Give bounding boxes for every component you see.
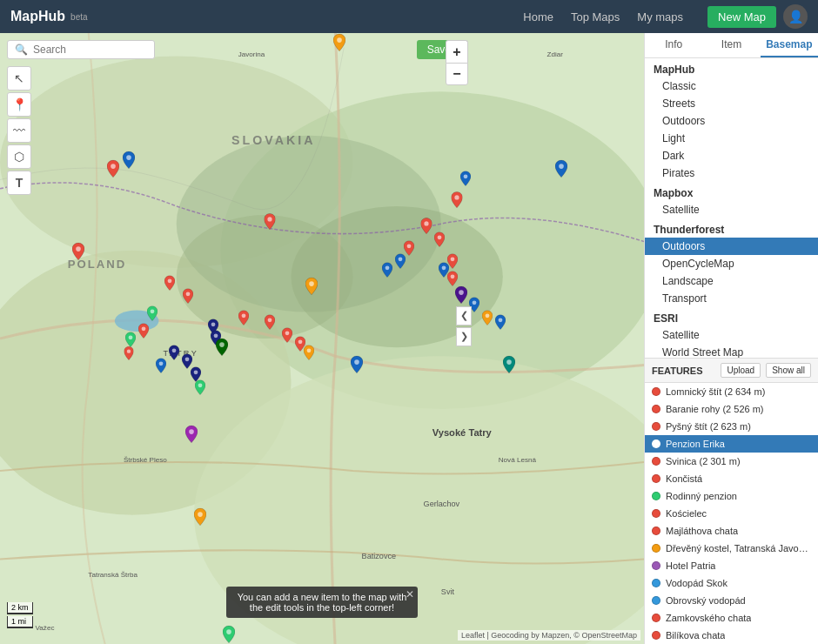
map-pin[interactable] bbox=[495, 314, 506, 329]
feature-color-dot bbox=[652, 422, 660, 431]
map-pin[interactable] bbox=[124, 346, 134, 359]
basemap-section: MapHubClassicStreetsOutdoorsLightDarkPir… bbox=[645, 58, 818, 358]
svg-point-62 bbox=[506, 359, 512, 365]
feature-label: Majláthova chata bbox=[666, 526, 738, 536]
feature-list-item[interactable]: Kościelec bbox=[645, 505, 818, 522]
map-pin[interactable] bbox=[434, 231, 445, 246]
map-pin[interactable] bbox=[156, 358, 166, 372]
basemap-item[interactable]: Outdoors bbox=[645, 238, 818, 255]
map-pin[interactable] bbox=[482, 310, 493, 325]
basemap-item[interactable]: Outdoors bbox=[645, 112, 818, 130]
avatar[interactable]: 👤 bbox=[783, 4, 808, 29]
map-pin[interactable] bbox=[404, 240, 414, 255]
map-pin[interactable] bbox=[555, 159, 567, 177]
feature-list-item[interactable]: Vodopád Skok bbox=[645, 574, 818, 592]
nav-top-maps[interactable]: Top Maps bbox=[571, 10, 620, 23]
feature-list-item[interactable]: Rodinný penzion bbox=[645, 487, 818, 505]
basemap-item[interactable]: World Street Map bbox=[645, 344, 818, 358]
feature-list-item[interactable]: Končistá bbox=[645, 470, 818, 487]
basemap-item[interactable]: Streets bbox=[645, 95, 818, 112]
draw-point-tool[interactable]: 📍 bbox=[7, 92, 31, 117]
basemap-item[interactable]: Landscape bbox=[645, 272, 818, 290]
upload-button[interactable]: Upload bbox=[721, 363, 761, 378]
close-tooltip-button[interactable]: ✕ bbox=[406, 588, 414, 600]
map-pin[interactable] bbox=[125, 332, 136, 346]
collapse-up-button[interactable]: ❮ bbox=[456, 306, 472, 325]
basemap-item[interactable]: Light bbox=[645, 130, 818, 147]
new-map-button[interactable]: New Map bbox=[707, 6, 776, 28]
feature-list-item[interactable]: Penzion Erika bbox=[645, 435, 818, 453]
basemap-item[interactable]: Satellite bbox=[645, 326, 818, 344]
map-pin[interactable] bbox=[216, 338, 228, 355]
map-pin[interactable] bbox=[138, 323, 149, 338]
move-tool[interactable]: ↖ bbox=[7, 66, 31, 91]
map-pin[interactable] bbox=[169, 345, 179, 359]
svg-point-41 bbox=[268, 318, 272, 322]
basemap-item[interactable]: Dark bbox=[645, 147, 818, 164]
map-pin[interactable] bbox=[147, 305, 158, 320]
svg-point-63 bbox=[559, 164, 564, 169]
feature-list-item[interactable]: Dřevěný kostel, Tatranská Javorina bbox=[645, 540, 818, 557]
text-tool[interactable]: T bbox=[7, 171, 31, 195]
map-pin[interactable] bbox=[185, 425, 198, 442]
right-panel: Info Item Basemap MapHubClassicStreetsOu… bbox=[644, 33, 818, 644]
feature-list-item[interactable]: Baranie rohy (2 526 m) bbox=[645, 400, 818, 418]
map-pin[interactable] bbox=[265, 314, 275, 329]
svg-point-26 bbox=[186, 292, 191, 296]
search-input[interactable] bbox=[33, 44, 147, 56]
zoom-in-button[interactable]: + bbox=[446, 40, 468, 63]
map-pin[interactable] bbox=[460, 171, 471, 185]
feature-list-item[interactable]: Svinica (2 301 m) bbox=[645, 453, 818, 470]
map-pin[interactable] bbox=[455, 285, 467, 303]
feature-list-item[interactable]: Lomnický štít (2 634 m) bbox=[645, 383, 818, 400]
tab-basemap[interactable]: Basemap bbox=[761, 33, 818, 57]
collapse-down-button[interactable]: ❯ bbox=[456, 327, 472, 346]
feature-list-item[interactable]: Bilíkova chata bbox=[645, 627, 818, 644]
svg-point-59 bbox=[473, 300, 477, 305]
feature-label: Končistá bbox=[666, 473, 702, 484]
feature-list-item[interactable]: Pyšný štít (2 623 m) bbox=[645, 418, 818, 435]
map-pin[interactable] bbox=[452, 191, 463, 207]
map-pin[interactable] bbox=[447, 253, 458, 268]
map-pin[interactable] bbox=[447, 271, 458, 285]
feature-list-item[interactable]: Majláthova chata bbox=[645, 522, 818, 540]
zoom-out-button[interactable]: − bbox=[446, 63, 468, 85]
map-pin[interactable] bbox=[265, 213, 276, 229]
map-pin[interactable] bbox=[304, 345, 314, 359]
map-pin[interactable] bbox=[351, 355, 363, 372]
feature-list-item[interactable]: Obrovský vodopád bbox=[645, 592, 818, 609]
feature-list-item[interactable]: Hotel Patria bbox=[645, 557, 818, 574]
map-pin[interactable] bbox=[238, 310, 249, 325]
feature-list-item[interactable]: Zamkovského chata bbox=[645, 609, 818, 627]
feature-color-dot bbox=[652, 579, 660, 587]
map-pin[interactable] bbox=[72, 242, 84, 259]
basemap-item[interactable]: Pirates bbox=[645, 164, 818, 182]
show-all-button[interactable]: Show all bbox=[766, 363, 811, 378]
basemap-item[interactable]: OpenCycleMap bbox=[645, 255, 818, 272]
basemap-item[interactable]: Transport bbox=[645, 290, 818, 307]
basemap-item[interactable]: Classic bbox=[645, 77, 818, 95]
tab-item[interactable]: Item bbox=[702, 33, 760, 57]
tab-info[interactable]: Info bbox=[645, 33, 702, 57]
map-pin[interactable] bbox=[305, 277, 318, 294]
basemap-item[interactable]: Satellite bbox=[645, 201, 818, 218]
nav-home[interactable]: Home bbox=[523, 10, 553, 23]
map-pin[interactable] bbox=[382, 262, 392, 277]
draw-polygon-tool[interactable]: ⬡ bbox=[7, 144, 31, 169]
search-bar[interactable]: 🔍 bbox=[7, 40, 155, 59]
map-pin[interactable] bbox=[421, 218, 432, 233]
nav-my-maps[interactable]: My maps bbox=[637, 10, 683, 23]
map-pin[interactable] bbox=[282, 327, 292, 342]
map-pin[interactable] bbox=[164, 275, 175, 290]
draw-line-tool[interactable]: 〰 bbox=[7, 118, 31, 143]
map-pin[interactable] bbox=[195, 379, 205, 394]
map-pin[interactable] bbox=[194, 507, 206, 525]
map-pin[interactable] bbox=[183, 288, 193, 303]
map-pin[interactable] bbox=[333, 33, 345, 50]
map-pin[interactable] bbox=[223, 625, 235, 642]
map-container[interactable]: 🔍 ↖ 📍 〰 ⬡ T Save + − bbox=[0, 33, 644, 644]
svg-point-66 bbox=[219, 342, 225, 347]
feature-label: Vodopád Skok bbox=[666, 578, 727, 588]
map-pin[interactable] bbox=[503, 355, 515, 372]
svg-point-50 bbox=[407, 244, 412, 248]
